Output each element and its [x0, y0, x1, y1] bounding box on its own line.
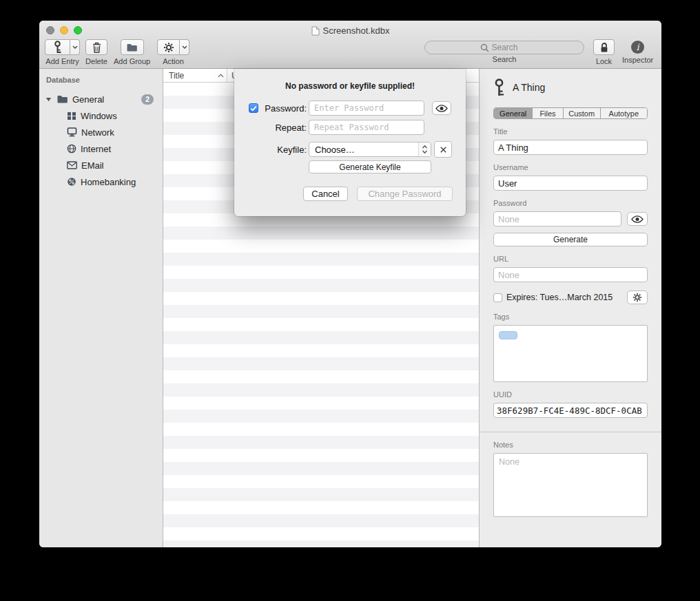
tab-custom[interactable]: Custom: [563, 108, 600, 118]
keyfile-label: Keyfile:: [234, 145, 307, 155]
inspector-panel: A Thing General Files Custom Autotype Ti…: [479, 69, 661, 547]
expires-checkbox[interactable]: [493, 293, 502, 302]
folder-icon: [56, 94, 68, 104]
key-icon: [53, 41, 62, 54]
sidebar-item-label: Windows: [81, 111, 117, 121]
window-title: Screenshot.kdbx: [323, 25, 390, 36]
keyfile-clear-button[interactable]: [434, 141, 452, 158]
password-label: Password: [493, 199, 648, 208]
trash-icon: [92, 42, 101, 53]
delete-button[interactable]: [85, 39, 107, 55]
notes-placeholder: None: [499, 457, 519, 467]
document-icon: [311, 26, 320, 36]
sidebar-item-label: Network: [81, 127, 114, 138]
lock-icon: [599, 42, 609, 53]
action-button[interactable]: [157, 39, 180, 55]
toolbar-add-group-group: Add Group: [114, 39, 150, 65]
generate-password-button[interactable]: Generate: [493, 233, 648, 246]
repeat-password-input[interactable]: [309, 120, 424, 135]
entry-title: A Thing: [513, 82, 545, 93]
toolbar-lock-group: Lock: [593, 39, 615, 65]
password-field[interactable]: [493, 211, 621, 226]
search-label: Search: [493, 55, 517, 63]
username-field[interactable]: [493, 176, 648, 191]
add-entry-button[interactable]: [45, 39, 70, 55]
expires-label: Expires: Tues…March 2015: [506, 293, 612, 302]
expires-settings-button[interactable]: [627, 291, 648, 304]
sidebar-item-label: General: [72, 94, 104, 105]
chevron-down-icon: [72, 45, 78, 49]
inspector-entry-header: A Thing: [493, 77, 648, 98]
column-header-title[interactable]: Title: [163, 69, 227, 82]
change-password-button[interactable]: Change Password: [357, 187, 453, 201]
window-title-area: Screenshot.kdbx: [39, 25, 661, 36]
toolbar-add-entry-group: Add Entry: [45, 39, 80, 65]
notes-field[interactable]: None: [493, 453, 648, 517]
sidebar-item-email[interactable]: EMail: [39, 157, 163, 173]
stepper-icon: [418, 143, 431, 156]
disclosure-triangle-icon[interactable]: [44, 97, 52, 102]
add-group-label: Add Group: [114, 57, 150, 65]
sidebar-item-network[interactable]: Network: [39, 124, 163, 140]
sidebar-item-homebanking[interactable]: Homebanking: [39, 173, 163, 190]
tags-field[interactable]: [493, 325, 648, 382]
column-label: Title: [169, 71, 184, 81]
chevron-down-icon: [182, 45, 187, 49]
key-icon: [493, 78, 505, 96]
gear-icon: [163, 42, 174, 53]
change-password-dialog: No password or keyfile supplied! Passwor…: [234, 69, 466, 216]
toolbar-search-group: Search: [424, 41, 584, 63]
folder-icon: [126, 43, 138, 52]
windows-icon: [67, 112, 76, 120]
eye-icon: [435, 105, 448, 112]
add-entry-label: Add Entry: [45, 57, 79, 65]
toolbar-action-group: Action: [157, 39, 189, 65]
inspector-toggle-button[interactable]: i: [631, 41, 644, 54]
percent-coin-icon: [67, 177, 76, 187]
inspector-label: Inspector: [622, 56, 653, 64]
title-label: Title: [493, 127, 648, 136]
username-label: Username: [493, 163, 648, 172]
tab-general[interactable]: General: [494, 108, 532, 118]
add-group-button[interactable]: [121, 39, 144, 55]
cancel-button[interactable]: Cancel: [303, 187, 348, 201]
search-input[interactable]: [492, 43, 529, 52]
action-label: Action: [163, 57, 184, 65]
sidebar: Database General 2 Windows Network Inter…: [39, 69, 163, 547]
sort-ascending-icon: [218, 74, 224, 78]
action-dropdown-button[interactable]: [180, 39, 189, 55]
window-chrome: Screenshot.kdbx Add Entry Delete: [39, 21, 661, 69]
globe-icon: [67, 144, 76, 154]
tag-pill[interactable]: [499, 331, 517, 339]
reveal-password-button[interactable]: [627, 212, 648, 226]
add-entry-dropdown-button[interactable]: [70, 39, 80, 55]
sidebar-item-label: Internet: [81, 144, 111, 154]
toolbar-inspector-group: i Inspector: [622, 39, 653, 64]
title-field[interactable]: [493, 140, 648, 155]
password-input[interactable]: [309, 101, 424, 116]
sidebar-item-windows[interactable]: Windows: [39, 107, 163, 124]
uuid-field[interactable]: [493, 403, 648, 418]
keyfile-select[interactable]: Choose…: [309, 142, 431, 157]
expires-row: Expires: Tues…March 2015: [493, 291, 648, 304]
search-field[interactable]: [424, 41, 584, 54]
reveal-password-button[interactable]: [432, 101, 451, 115]
sidebar-item-internet[interactable]: Internet: [39, 140, 163, 157]
repeat-label: Repeat:: [234, 123, 307, 133]
generate-keyfile-button[interactable]: Generate Keyfile: [309, 160, 431, 173]
entry-count-badge: 2: [141, 94, 154, 105]
password-label: Password:: [234, 103, 307, 114]
tab-files[interactable]: Files: [532, 108, 562, 118]
notes-label: Notes: [493, 441, 648, 450]
network-icon: [67, 127, 77, 137]
app-window: Screenshot.kdbx Add Entry Delete: [39, 21, 661, 547]
sidebar-item-general[interactable]: General 2: [39, 91, 163, 107]
tab-autotype[interactable]: Autotype: [600, 108, 647, 118]
lock-label: Lock: [596, 57, 612, 65]
divider: [480, 432, 661, 432]
lock-button[interactable]: [593, 39, 615, 55]
info-icon: i: [637, 42, 639, 52]
sidebar-section-header: Database: [39, 73, 163, 91]
url-field[interactable]: [493, 267, 648, 282]
search-icon: [480, 43, 489, 52]
